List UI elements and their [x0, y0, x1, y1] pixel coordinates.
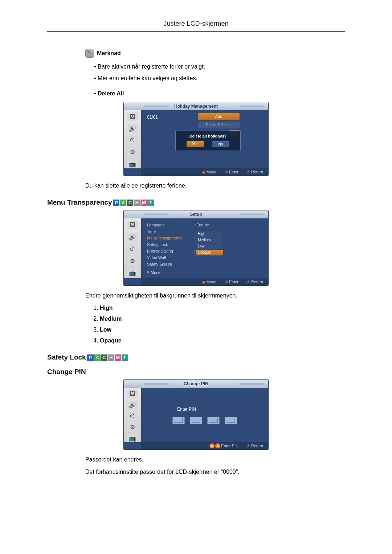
- osd-nav-icon: ⚙: [127, 423, 138, 431]
- setup-value: : English: [194, 223, 209, 227]
- transparency-options-list: High Medium Low Opaque: [100, 305, 345, 344]
- osd-nav-icon: 🖼: [127, 112, 138, 121]
- footer-enter: Enter: [229, 170, 238, 174]
- menu-transparency-caption: Endre gjennomsiktigheten til bakgrunnen …: [85, 292, 345, 299]
- osd-sidebar: 🖼 🔊 ⏱ ⚙ 📺: [124, 218, 141, 278]
- footer-return: Return: [251, 444, 263, 448]
- osd-nav-icon: 🖼: [127, 221, 138, 229]
- footer-move: Move: [207, 170, 216, 174]
- osd-footer: 0 9 Enter PIN ↺Return: [141, 442, 268, 450]
- top-divider: [47, 31, 345, 32]
- delete-selected-button[interactable]: Delete Selected: [198, 122, 240, 128]
- chip: T: [122, 354, 128, 361]
- safety-lock-heading: Safety LockPACHMT: [47, 353, 345, 361]
- chip: A: [120, 200, 126, 206]
- osd-nav-icon: 🔊: [127, 401, 138, 409]
- delete-all-label: Delete All: [94, 90, 345, 97]
- nav-icon: ◆: [202, 280, 205, 284]
- holiday-date: 01/01: [147, 115, 158, 120]
- osd-footer: ◆Move ⏎Enter ↺Return: [141, 168, 268, 176]
- osd-nav-icon: 📺: [127, 268, 138, 277]
- chip: M: [115, 354, 121, 361]
- chevron-down-icon: ▾: [147, 270, 149, 275]
- setup-item[interactable]: Time: [147, 229, 194, 234]
- bottom-divider: [47, 490, 345, 490]
- note-icon: [85, 49, 94, 58]
- option-high[interactable]: High: [196, 231, 223, 237]
- footer-enter-pin: Enter PIN: [221, 444, 238, 448]
- setup-item[interactable]: Language: [147, 223, 194, 227]
- chip: H: [134, 200, 140, 206]
- osd-nav-icon: 🔊: [127, 233, 138, 241]
- chip: C: [101, 354, 107, 361]
- list-item: Medium: [100, 316, 345, 322]
- osd-nav-icon: 🖼: [127, 390, 138, 398]
- enter-icon: ⏎: [224, 280, 228, 284]
- dialog-message: Delete all holidays?: [179, 134, 237, 138]
- pin-caption-2: Det forhåndsinnstilte passordet for LCD-…: [85, 469, 345, 475]
- dialog-no-button[interactable]: No: [212, 141, 229, 147]
- badge-0: 0: [209, 443, 215, 448]
- pin-input[interactable]: [172, 417, 237, 424]
- page-header: Justere LCD-skjermen: [47, 20, 345, 28]
- menu-transparency-heading: Menu TransparencyPACHMT: [47, 198, 345, 206]
- setup-item[interactable]: Safety Lock: [147, 242, 194, 247]
- pin-digit[interactable]: [190, 417, 202, 424]
- chip: T: [147, 200, 154, 206]
- chip: M: [140, 200, 147, 206]
- mode-chips: PACHMT: [87, 354, 128, 361]
- setup-item[interactable]: Safety Screen: [147, 262, 194, 266]
- change-pin-heading: Change PIN: [47, 368, 345, 376]
- osd-title: Setup: [124, 210, 268, 218]
- list-item: High: [100, 305, 345, 311]
- nav-icon: ◆: [202, 170, 205, 175]
- setup-item-active[interactable]: Menu Transparency: [147, 236, 194, 240]
- enter-icon: ⏎: [224, 170, 228, 175]
- confirm-dialog: Delete all holidays? Yes No: [175, 131, 241, 151]
- footer-enter: Enter: [229, 280, 238, 284]
- note-bullets: Bare aktivert når registrerte ferier er …: [85, 63, 345, 82]
- option-low[interactable]: Low: [196, 244, 223, 249]
- osd-change-pin: Change PIN 🖼 🔊 ⏱ ⚙ 📺 Enter PIN 0: [123, 379, 269, 450]
- list-item: Low: [100, 327, 345, 333]
- chip: H: [108, 354, 114, 361]
- return-icon: ↺: [246, 170, 250, 175]
- colon: :: [194, 249, 195, 253]
- osd-sidebar: 🖼 🔊 ⏱ ⚙ 📺: [124, 110, 141, 168]
- pin-digit[interactable]: [225, 417, 237, 424]
- chip: C: [127, 200, 133, 206]
- return-icon: ↺: [246, 444, 250, 448]
- dialog-yes-button[interactable]: Yes: [187, 141, 204, 147]
- setup-item[interactable]: Energy Saving: [147, 249, 194, 253]
- option-medium[interactable]: Medium: [196, 238, 223, 243]
- osd-nav-icon: ⏱: [127, 245, 138, 253]
- note-bullet: Mer enn en ferie kan velges og slettes.: [94, 75, 345, 82]
- option-opaque[interactable]: Opaque: [196, 250, 223, 255]
- add-button[interactable]: Add: [198, 113, 240, 120]
- footer-move: Move: [207, 280, 216, 284]
- footer-return: Return: [251, 170, 263, 174]
- osd-sidebar: 🖼 🔊 ⏱ ⚙ 📺: [124, 388, 141, 442]
- osd-holiday-management: Holiday Management 🖼 🔊 ⏱ ⚙ 📺 01/01 Add D…: [123, 102, 269, 176]
- osd-nav-icon: 🔊: [127, 124, 138, 133]
- osd-title: Change PIN: [124, 380, 268, 388]
- pin-digit[interactable]: [207, 417, 220, 424]
- osd-footer: ◆Move ⏎Enter ↺Return: [141, 278, 268, 286]
- pin-digit[interactable]: [172, 417, 185, 424]
- osd-nav-icon: 📺: [127, 434, 138, 442]
- osd-setup: Setup 🖼 🔊 ⏱ ⚙ 📺 Language: English Time M…: [123, 210, 269, 286]
- osd-nav-icon: ⚙: [127, 257, 138, 265]
- colon: :: [194, 236, 195, 240]
- badge-9: 9: [215, 443, 220, 448]
- note-label: Merknad: [97, 50, 121, 57]
- osd-title: Holiday Management: [124, 102, 268, 110]
- pin-caption-1: Passordet kan endres.: [85, 456, 345, 463]
- mode-chips: PACHMT: [113, 200, 154, 206]
- more-row[interactable]: ▾More: [147, 270, 262, 275]
- list-item: Opaque: [100, 337, 345, 344]
- osd-nav-icon: ⚙: [127, 148, 138, 157]
- note-bullet: Bare aktivert når registrerte ferier er …: [94, 63, 345, 70]
- delete-all-caption: Du kan slette alle de registrerte ferien…: [85, 182, 345, 189]
- setup-item[interactable]: Video Wall: [147, 255, 194, 260]
- chip: P: [113, 200, 119, 206]
